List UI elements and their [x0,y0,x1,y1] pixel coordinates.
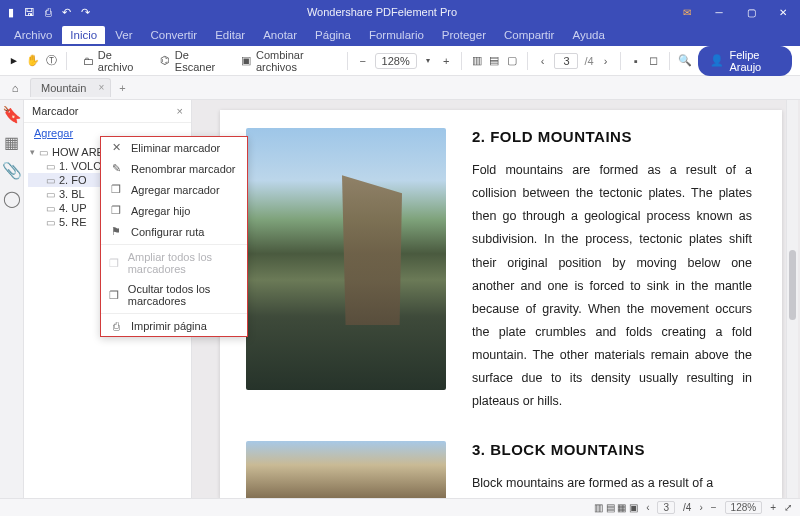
ctx-separator [101,244,247,245]
select-tool-icon[interactable]: ▸ [8,54,20,68]
page-current-input[interactable]: 3 [554,53,578,69]
window-maximize[interactable]: ▢ [738,2,764,22]
add-bookmark-link[interactable]: Agregar [24,123,83,143]
status-page-total: /4 [683,502,691,513]
from-scanner-label: De Escaner [175,49,223,73]
ctx-label: Agregar marcador [131,184,220,196]
bookmark-icon: ▭ [46,217,55,228]
text-select-icon[interactable]: Ⓣ [46,54,58,68]
add-icon: ❐ [109,183,123,196]
title-bar: ▮ 🖫 ⎙ ↶ ↷ Wondershare PDFelement Pro ✉ ─… [0,0,800,24]
fullscreen-icon[interactable]: ⤢ [784,502,792,513]
vertical-scrollbar[interactable] [786,100,798,498]
undo-icon[interactable]: ↶ [62,6,71,19]
comments-panel-icon[interactable]: ◯ [4,190,20,206]
menu-ayuda[interactable]: Ayuda [564,26,612,44]
sidebar-close-icon[interactable]: × [177,105,183,117]
user-icon: 👤 [710,54,724,67]
page-prev-icon[interactable]: ‹ [537,54,549,68]
search-icon[interactable]: 🔍 [678,54,692,68]
hand-tool-icon[interactable]: ✋ [26,54,40,68]
zoom-dropdown-icon[interactable]: ▾ [423,54,435,68]
view-single-icon[interactable]: ▪ [630,54,642,68]
rename-icon: ✎ [109,162,123,175]
attachments-panel-icon[interactable]: 📎 [4,162,20,178]
new-tab-button[interactable]: + [119,82,125,94]
fit-width-icon[interactable]: ▥ [471,54,483,68]
menu-ver[interactable]: Ver [107,26,140,44]
ctx-label: Agregar hijo [131,205,190,217]
window-close[interactable]: ✕ [770,2,796,22]
pdf-page: 2. FOLD MOUNTAINS Fold mountains are for… [220,110,782,498]
notification-icon[interactable]: ✉ [674,2,700,22]
menu-compartir[interactable]: Compartir [496,26,562,44]
menu-archivo[interactable]: Archivo [6,26,60,44]
scrollbar-thumb[interactable] [789,250,796,320]
status-page-current[interactable]: 3 [657,501,675,514]
thumbnails-panel-icon[interactable]: ▦ [4,134,20,150]
combine-files-button[interactable]: ▣Combinar archivos [234,46,338,76]
menu-convertir[interactable]: Convertir [142,26,205,44]
menu-proteger[interactable]: Proteger [434,26,494,44]
section-heading: 2. FOLD MOUNTAINS [472,128,752,145]
ctx-delete-bookmark[interactable]: ✕Eliminar marcador [101,137,247,158]
document-tab[interactable]: Mountain × [30,78,111,97]
redo-icon[interactable]: ↷ [81,6,90,19]
view-mode-icons[interactable]: ▥ ▤ ▦ ▣ [594,502,638,513]
from-scanner-button[interactable]: ⌬De Escaner [153,46,228,76]
bookmarks-panel-icon[interactable]: 🔖 [4,106,20,122]
bookmark-icon: ▭ [46,161,55,172]
menu-inicio[interactable]: Inicio [62,26,105,44]
section-body: Block mountains are formed as a result o… [472,472,752,495]
ctx-label: Imprimir página [131,320,207,332]
menu-anotar[interactable]: Anotar [255,26,305,44]
status-zoom-in[interactable]: + [770,502,776,513]
ctx-expand-all: ❐Ampliar todos los marcadores [101,247,247,279]
tab-close-icon[interactable]: × [98,82,104,93]
print-icon: ⎙ [109,320,123,332]
ctx-print-page[interactable]: ⎙Imprimir página [101,316,247,336]
print-icon[interactable]: ⎙ [45,6,52,19]
fit-page-icon[interactable]: ▤ [489,54,501,68]
zoom-out-icon[interactable]: − [357,54,369,68]
ctx-add-bookmark[interactable]: ❐Agregar marcador [101,179,247,200]
ctx-rename-bookmark[interactable]: ✎Renombrar marcador [101,158,247,179]
view-continuous-icon[interactable]: ◻ [648,54,660,68]
home-tab-icon[interactable]: ⌂ [4,82,26,94]
zoom-in-icon[interactable]: + [440,54,452,68]
combine-icon: ▣ [240,54,252,68]
collapse-all-icon: ❐ [109,289,120,302]
collapse-icon[interactable]: ▾ [30,147,35,157]
page-next-icon[interactable]: › [600,54,612,68]
flag-icon: ⚑ [109,225,123,238]
actual-size-icon[interactable]: ▢ [506,54,518,68]
bookmark-label: 5. RE [59,216,87,228]
status-page-next[interactable]: › [699,502,702,513]
window-minimize[interactable]: ─ [706,2,732,22]
ctx-separator [101,313,247,314]
scanner-icon: ⌬ [159,54,171,68]
zoom-value[interactable]: 128% [375,53,417,69]
menu-editar[interactable]: Editar [207,26,253,44]
menu-bar: Archivo Inicio Ver Convertir Editar Anot… [0,24,800,46]
ctx-set-destination[interactable]: ⚑Configurar ruta [101,221,247,242]
menu-pagina[interactable]: Página [307,26,359,44]
ctx-label: Ocultar todos los marcadores [128,283,239,307]
toolbar: ▸ ✋ Ⓣ 🗀De archivo ⌬De Escaner ▣Combinar … [0,46,800,76]
user-name: Felipe Araujo [729,49,780,73]
expand-icon: ❐ [109,257,120,270]
add-child-icon: ❐ [109,204,123,217]
ctx-label: Configurar ruta [131,226,204,238]
from-file-button[interactable]: 🗀De archivo [76,46,147,76]
ctx-collapse-all[interactable]: ❐Ocultar todos los marcadores [101,279,247,311]
menu-formulario[interactable]: Formulario [361,26,432,44]
save-icon[interactable]: 🖫 [24,6,35,19]
status-page-prev[interactable]: ‹ [646,502,649,513]
from-file-label: De archivo [98,49,141,73]
ctx-add-child[interactable]: ❐Agregar hijo [101,200,247,221]
status-zoom-value[interactable]: 128% [725,501,763,514]
document-viewport[interactable]: 2. FOLD MOUNTAINS Fold mountains are for… [192,100,800,498]
section-body: Fold mountains are formed as a result of… [472,159,752,413]
user-account-button[interactable]: 👤 Felipe Araujo [698,46,792,76]
status-zoom-out[interactable]: − [711,502,717,513]
